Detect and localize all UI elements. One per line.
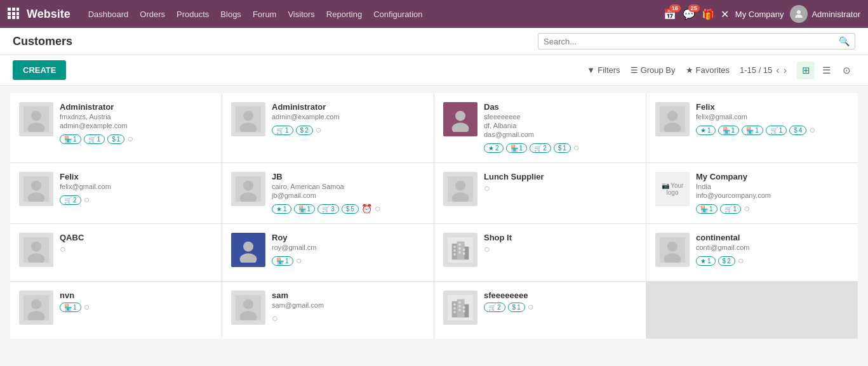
search-bar[interactable]: 🔍	[538, 33, 855, 49]
customer-tag: 🛒2	[60, 195, 81, 205]
customer-info: Das sfeeeeeeeedf, Albania das@gmail.com …	[484, 102, 637, 154]
group-icon: ☰	[631, 65, 638, 75]
filter-label: Filters	[598, 65, 620, 75]
customer-info: Lunch Supplier ○	[484, 172, 637, 194]
customer-tags: 🏪1 🛒1 ○	[696, 203, 849, 214]
customer-email: jb@gmail.com	[272, 192, 425, 199]
customer-card[interactable]: Lunch Supplier ○	[434, 163, 646, 223]
customer-tags: 🛒2 ○	[60, 194, 213, 206]
action-icon[interactable]: ○	[84, 301, 90, 313]
customer-email: info@yourcompany.com	[696, 192, 849, 199]
customer-name: Administrator	[272, 102, 425, 112]
filters-button[interactable]: ▼ Filters	[587, 65, 620, 75]
svg-point-26	[243, 181, 253, 191]
brand-name[interactable]: Website	[27, 8, 70, 21]
search-icon[interactable]: 🔍	[839, 36, 850, 46]
customer-tag: ★1	[696, 126, 716, 135]
customer-card[interactable]: sam sam@gmail.com ○	[222, 282, 434, 339]
pager-next[interactable]: ›	[784, 65, 787, 76]
chat-count: 25	[688, 4, 700, 12]
nav-right: 📅 16 💬 25 🎁 ✕ My Company Administrator	[664, 5, 860, 23]
close-icon[interactable]: ✕	[721, 8, 729, 20]
nav-configuration[interactable]: Configuration	[373, 10, 422, 19]
nav-orders[interactable]: Orders	[140, 10, 165, 19]
company-name[interactable]: My Company	[735, 10, 784, 19]
customer-sub: sfeeeeeeee	[484, 113, 637, 121]
action-icon[interactable]: ○	[84, 194, 90, 206]
app-menu-icon[interactable]	[8, 8, 19, 21]
svg-rect-67	[458, 309, 460, 311]
svg-rect-46	[458, 251, 460, 253]
customer-card[interactable]: 📷 Your logo My Company India info@yourco…	[646, 163, 858, 223]
action-icon[interactable]: ○	[573, 142, 580, 154]
action-icon[interactable]: ○	[296, 255, 302, 266]
create-button[interactable]: CREATE	[13, 60, 66, 80]
nav-products[interactable]: Products	[177, 10, 209, 19]
nav-dashboard[interactable]: Dashboard	[88, 10, 129, 19]
customer-card[interactable]: Felix felix@gmail.com ★1 🏪1 🏪1 🛒1 $4 ○	[646, 93, 858, 162]
view-list-button[interactable]: ☰	[817, 62, 835, 79]
customer-card[interactable]: Roy roy@gmail.cm 🏪1 ○	[222, 224, 434, 281]
customer-card[interactable]: Shop It ○	[434, 224, 646, 281]
customer-card[interactable]: Administrator fmxdnzs, Austria admin@exa…	[10, 93, 222, 162]
action-icon[interactable]: ○	[484, 183, 490, 194]
customer-avatar	[19, 172, 53, 206]
customer-tags: ★1 $2 ○	[696, 255, 849, 266]
customer-avatar	[655, 102, 690, 136]
customer-tag: $2	[718, 256, 735, 266]
svg-rect-64	[453, 311, 455, 313]
action-icon[interactable]: ○	[528, 301, 534, 313]
svg-rect-48	[463, 252, 465, 254]
gift-icon[interactable]: 🎁	[702, 8, 714, 20]
pager-prev[interactable]: ‹	[776, 65, 779, 76]
customer-name: Roy	[272, 233, 425, 242]
page-header: Customers 🔍	[0, 28, 868, 55]
customer-card[interactable]: JB cairo, American Samoa jb@gmail.com ★1…	[222, 163, 434, 223]
customer-card[interactable]: nvn 🏪1 ○	[10, 282, 222, 339]
action-icon[interactable]: ○	[272, 313, 278, 324]
view-grid-button[interactable]: ⊞	[797, 62, 815, 79]
customer-card[interactable]: Das sfeeeeeeeedf, Albania das@gmail.com …	[434, 93, 646, 162]
customer-card[interactable]: Administrator admin@example.com 🛒1 $2 ○	[222, 93, 434, 162]
customer-email: admin@example.com	[272, 113, 425, 121]
nav-blogs[interactable]: Blogs	[220, 10, 241, 19]
action-icon[interactable]: ○	[738, 255, 744, 266]
customer-info: Shop It ○	[484, 233, 637, 255]
svg-point-20	[667, 111, 678, 121]
customer-card[interactable]: Felix felix@gmail.com 🛒2 ○	[10, 163, 222, 223]
nav-visitors[interactable]: Visitors	[288, 10, 314, 19]
action-icon[interactable]: ○	[484, 244, 490, 255]
action-icon[interactable]: ○	[127, 133, 133, 145]
nav-reporting[interactable]: Reporting	[326, 10, 362, 19]
customer-tag: 🏪1	[718, 126, 740, 135]
svg-point-14	[243, 111, 253, 121]
action-icon[interactable]: ○	[60, 244, 66, 255]
favorites-button[interactable]: ★ Favorites	[686, 65, 730, 75]
customer-tags: ○	[272, 313, 425, 324]
customer-card[interactable]: QABC ○	[10, 224, 222, 281]
svg-rect-1	[12, 8, 15, 11]
chat-badge[interactable]: 💬 25	[683, 8, 695, 20]
customer-card[interactable]: sfeeeeeeee 🛒2 $1 ○	[434, 282, 646, 339]
customer-avatar	[443, 172, 477, 206]
calendar-badge[interactable]: 📅 16	[664, 8, 676, 20]
action-icon[interactable]: ○	[744, 203, 750, 214]
svg-rect-68	[463, 306, 465, 308]
customer-email: conti@gmail.com	[696, 244, 849, 251]
svg-rect-43	[453, 253, 455, 255]
customer-email: das@gmail.com	[484, 131, 637, 138]
customer-tag: 🛒1	[272, 126, 293, 135]
pager-text: 1-15 / 15	[740, 65, 772, 75]
nav-forum[interactable]: Forum	[253, 10, 277, 19]
action-icon[interactable]: ○	[316, 124, 322, 136]
view-settings-button[interactable]: ⊙	[838, 62, 855, 79]
customer-tag: ★2	[484, 143, 504, 153]
customer-card[interactable]: continental conti@gmail.com ★1 $2 ○	[646, 224, 858, 281]
group-by-button[interactable]: ☰ Group By	[631, 65, 676, 75]
action-icon[interactable]: ○	[809, 124, 815, 136]
customer-avatar	[443, 291, 477, 325]
customer-tag: 🏪1	[294, 204, 316, 214]
admin-menu[interactable]: Administrator	[790, 5, 860, 23]
search-input[interactable]	[544, 37, 839, 46]
action-icon[interactable]: ○	[375, 203, 381, 214]
